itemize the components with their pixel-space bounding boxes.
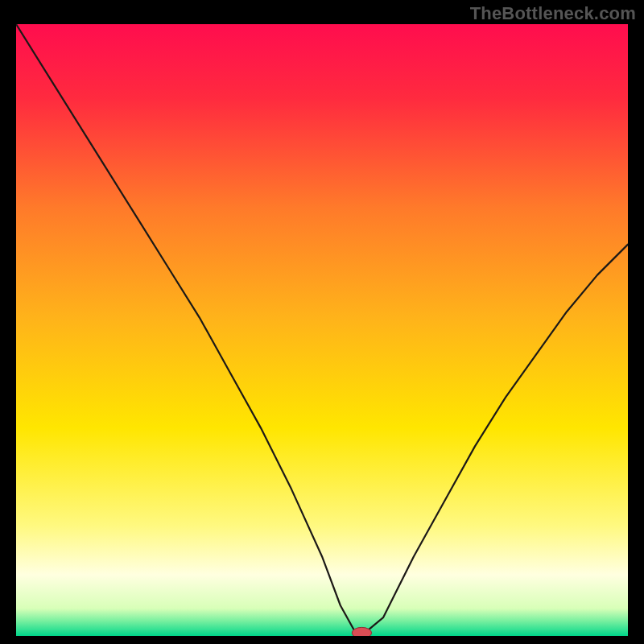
optimal-marker bbox=[352, 627, 371, 636]
attribution-watermark: TheBottleneck.com bbox=[470, 3, 636, 24]
plot-area bbox=[16, 24, 628, 636]
gradient-background bbox=[16, 24, 628, 636]
chart-container: TheBottleneck.com bbox=[0, 0, 644, 644]
bottleneck-chart bbox=[16, 24, 628, 636]
